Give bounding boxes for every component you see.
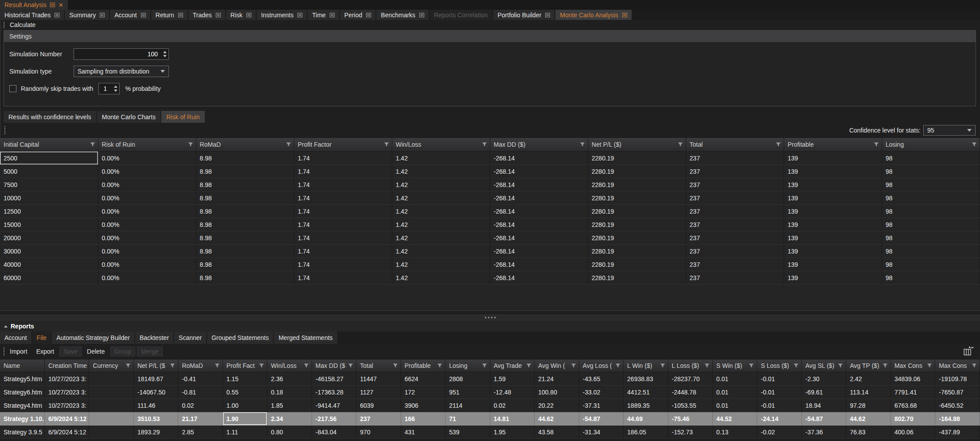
report-cell[interactable]: 166 bbox=[401, 412, 445, 425]
ruin-cell[interactable]: 98 bbox=[882, 245, 980, 258]
ruin-cell[interactable]: 1.42 bbox=[392, 258, 490, 271]
ruin-cell[interactable]: 2280.19 bbox=[588, 191, 686, 205]
table-row[interactable]: 200000.00%8.981.741.42-268.142280.192371… bbox=[0, 231, 980, 245]
ruin-cell[interactable]: -268.14 bbox=[490, 218, 588, 231]
spin-up-icon[interactable] bbox=[163, 51, 167, 53]
report-cell[interactable]: 111.46 bbox=[133, 399, 178, 412]
report-cell[interactable]: 6/9/2024 5:12 bbox=[44, 425, 89, 439]
ruin-cell[interactable]: 98 bbox=[882, 152, 980, 165]
popout-icon[interactable] bbox=[178, 13, 183, 17]
ruin-cell[interactable]: 98 bbox=[882, 165, 980, 178]
ruin-cell[interactable]: 139 bbox=[784, 152, 882, 165]
filter-icon[interactable] bbox=[972, 363, 977, 368]
ruin-cell[interactable]: 2280.19 bbox=[588, 205, 686, 218]
ruin-cell[interactable]: 8.98 bbox=[196, 231, 294, 245]
ruin-cell[interactable]: 237 bbox=[686, 205, 784, 218]
report-cell[interactable]: -0.02 bbox=[757, 425, 801, 439]
toolbar-grip-icon[interactable] bbox=[4, 126, 5, 134]
column-header-romad[interactable]: RoMaD bbox=[178, 359, 223, 372]
report-cell[interactable]: -28237.70 bbox=[668, 372, 712, 386]
ruin-cell[interactable]: 237 bbox=[686, 258, 784, 271]
ruin-cell[interactable]: 0.00% bbox=[98, 191, 196, 205]
ruin-cell[interactable]: 5000 bbox=[0, 165, 98, 178]
column-header-name[interactable]: Name bbox=[0, 359, 44, 372]
skip-probability-value[interactable]: 1 bbox=[99, 85, 112, 92]
report-cell[interactable]: 1.90 bbox=[223, 412, 267, 425]
main-tab-instruments[interactable]: Instruments bbox=[257, 10, 307, 20]
filter-icon[interactable] bbox=[286, 142, 291, 147]
report-cell[interactable]: 10/27/2023 3: bbox=[44, 386, 89, 399]
column-header-creation-time[interactable]: Creation Time bbox=[44, 359, 89, 372]
report-cell[interactable]: 539 bbox=[445, 425, 490, 439]
ruin-cell[interactable]: 1.42 bbox=[392, 205, 490, 218]
column-header-losing[interactable]: Losing bbox=[445, 359, 490, 372]
report-cell[interactable]: 6624 bbox=[401, 372, 445, 386]
popout-icon[interactable] bbox=[622, 13, 627, 17]
ruin-cell[interactable]: 0.00% bbox=[98, 218, 196, 231]
ruin-cell[interactable]: 139 bbox=[784, 205, 882, 218]
ruin-cell[interactable]: 0.00% bbox=[98, 271, 196, 285]
ruin-cell[interactable]: 8.98 bbox=[196, 191, 294, 205]
export-button[interactable]: Export bbox=[33, 347, 58, 356]
column-header-romad[interactable]: RoMaD bbox=[196, 138, 294, 152]
report-cell[interactable]: 0.80 bbox=[267, 425, 312, 439]
reports-tab-scanner[interactable]: Scanner bbox=[174, 332, 206, 344]
report-cell[interactable]: 1.15 bbox=[223, 372, 267, 386]
report-cell[interactable]: 3510.53 bbox=[133, 412, 178, 425]
filter-icon[interactable] bbox=[393, 363, 398, 368]
filter-icon[interactable] bbox=[348, 363, 353, 368]
report-cell[interactable]: -9414.47 bbox=[312, 399, 356, 412]
report-cell[interactable]: -437.89 bbox=[935, 425, 980, 439]
table-row[interactable]: Strategy 3.9.56/9/2024 5:121893.292.851.… bbox=[0, 425, 980, 439]
ruin-cell[interactable]: 98 bbox=[882, 258, 980, 271]
column-header-max-cons[interactable]: Max Cons bbox=[935, 359, 980, 372]
report-cell[interactable]: 34839.06 bbox=[890, 372, 935, 386]
column-header-max-dd[interactable]: Max DD ($ bbox=[312, 359, 356, 372]
report-cell[interactable]: -75.46 bbox=[668, 412, 712, 425]
report-cell[interactable]: 0.18 bbox=[267, 386, 312, 399]
result-tab-results-with-confidence-levels[interactable]: Results with confidence levels bbox=[4, 111, 96, 123]
filter-icon[interactable] bbox=[927, 363, 932, 368]
report-cell[interactable]: 2.42 bbox=[846, 372, 890, 386]
ruin-cell[interactable]: 2280.19 bbox=[588, 271, 686, 285]
column-header-l-loss[interactable]: L Loss ($) bbox=[668, 359, 712, 372]
report-cell[interactable] bbox=[89, 372, 133, 386]
ruin-cell[interactable]: 0.00% bbox=[98, 178, 196, 191]
calculate-button[interactable]: Calculate bbox=[10, 21, 35, 28]
report-cell[interactable]: Strategy6.htm bbox=[0, 386, 44, 399]
ruin-cell[interactable]: 0.00% bbox=[98, 258, 196, 271]
skip-probability-input[interactable]: 1 bbox=[98, 83, 120, 94]
main-tab-portfolio-builder[interactable]: Portfolio Builder bbox=[493, 10, 555, 20]
table-row[interactable]: 125000.00%8.981.741.42-268.142280.192371… bbox=[0, 205, 980, 218]
toolbar-grip-icon[interactable] bbox=[4, 22, 4, 28]
filter-icon[interactable] bbox=[749, 363, 754, 368]
confidence-select[interactable]: 95 bbox=[923, 125, 976, 136]
report-cell[interactable]: 0.01 bbox=[713, 386, 757, 399]
report-cell[interactable]: -19109.78 bbox=[935, 372, 980, 386]
filter-icon[interactable] bbox=[384, 142, 389, 147]
table-row[interactable]: Strategy6.htm10/27/2023 3:-14067.50-0.81… bbox=[0, 386, 980, 399]
main-tab-summary[interactable]: Summary bbox=[65, 10, 109, 20]
report-cell[interactable]: -164.88 bbox=[935, 412, 980, 425]
ruin-cell[interactable]: 8.98 bbox=[196, 205, 294, 218]
report-cell[interactable]: 21.24 bbox=[535, 372, 579, 386]
report-cell[interactable]: 3906 bbox=[401, 399, 445, 412]
popout-icon[interactable] bbox=[330, 13, 335, 17]
column-header-l-win[interactable]: L Win ($) bbox=[624, 359, 668, 372]
report-cell[interactable]: 0.55 bbox=[223, 386, 267, 399]
report-cell[interactable]: -24.14 bbox=[757, 412, 801, 425]
ruin-cell[interactable]: 1.74 bbox=[294, 258, 392, 271]
skip-trades-checkbox[interactable] bbox=[9, 85, 16, 92]
filter-icon[interactable] bbox=[170, 363, 175, 368]
column-header-net-p-l[interactable]: Net P/L ($ bbox=[133, 359, 178, 372]
ruin-cell[interactable]: 98 bbox=[882, 271, 980, 285]
report-cell[interactable]: 14.81 bbox=[490, 412, 534, 425]
ruin-cell[interactable]: 2280.19 bbox=[588, 258, 686, 271]
popout-icon[interactable] bbox=[216, 13, 221, 17]
column-header-avg-loss[interactable]: Avg Loss ( bbox=[579, 359, 623, 372]
table-row[interactable]: Strategy4.htm10/27/2023 3:111.460.021.00… bbox=[0, 399, 980, 412]
chevron-down-icon[interactable] bbox=[967, 129, 972, 132]
report-cell[interactable]: 4412.51 bbox=[624, 386, 668, 399]
report-cell[interactable]: -0.81 bbox=[178, 386, 223, 399]
column-header-avg-sl[interactable]: Avg SL ($) bbox=[801, 359, 846, 372]
